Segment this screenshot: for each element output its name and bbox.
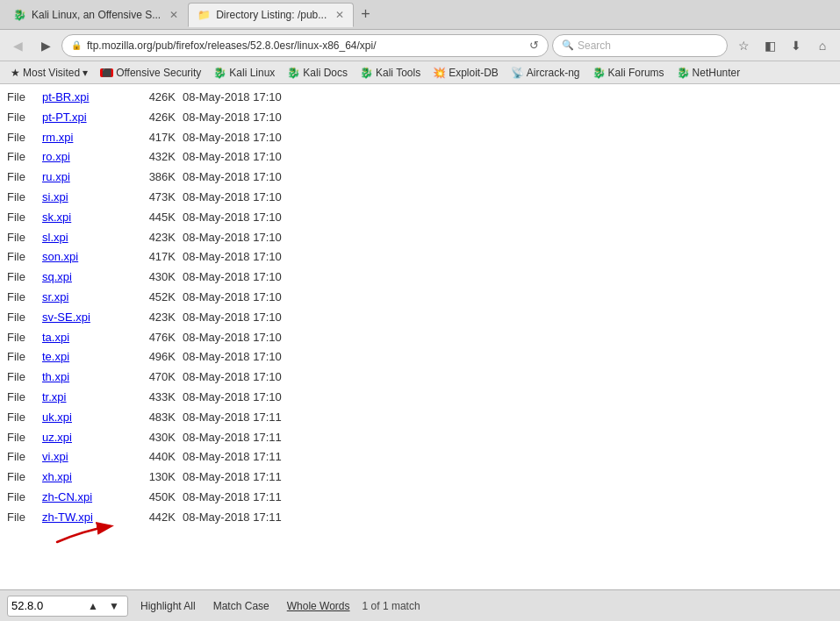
tab-kali[interactable]: 🐉 Kali Linux, an Offensive S... ✕	[4, 3, 188, 27]
history-button[interactable]: ◧	[757, 33, 782, 58]
forward-button[interactable]: ▶	[33, 33, 58, 58]
file-size: 445K	[130, 209, 183, 227]
download-button[interactable]: ⬇	[784, 33, 808, 58]
file-date: 08-May-2018 17:10	[183, 109, 282, 127]
file-name[interactable]: sr.xpi	[42, 289, 130, 307]
file-size: 417K	[130, 129, 183, 147]
table-row: Filesk.xpi445K08-May-2018 17:10	[7, 208, 833, 228]
file-size: 417K	[130, 248, 183, 267]
file-type: File	[7, 429, 42, 447]
table-row: Filezh-TW.xpi442K08-May-2018 17:11	[7, 508, 833, 528]
bookmark-aircrack-label: Aircrack-ng	[527, 67, 580, 79]
table-row: Filete.xpi496K08-May-2018 17:10	[7, 347, 833, 368]
bookmark-kali-tools-label: Kali Tools	[376, 67, 420, 79]
table-row: Filept-PT.xpi426K08-May-2018 17:10	[7, 108, 833, 128]
bookmark-aircrack-icon: 📡	[511, 67, 524, 79]
file-size: 440K	[130, 448, 183, 467]
bookmark-kali-forums[interactable]: 🐉 Kali Forums	[587, 65, 670, 81]
file-size: 433K	[130, 389, 183, 407]
file-name[interactable]: sl.xpi	[42, 229, 130, 247]
nav-right-buttons: ☆ ◧ ⬇ ⌂	[731, 33, 835, 58]
file-name[interactable]: sv-SE.xpi	[42, 309, 130, 327]
file-name[interactable]: ru.xpi	[42, 168, 130, 187]
file-date: 08-May-2018 17:10	[183, 89, 282, 107]
file-size: 423K	[130, 229, 183, 247]
file-type: File	[7, 89, 42, 107]
table-row: Fileth.xpi470K08-May-2018 17:10	[7, 368, 833, 388]
bookmark-star-button[interactable]: ☆	[731, 33, 756, 58]
new-tab-button[interactable]: +	[354, 5, 377, 24]
file-name[interactable]: rm.xpi	[42, 129, 130, 147]
find-bar: ▲ ▼ Highlight All Match Case Whole Words…	[0, 589, 840, 621]
url-bar[interactable]: 🔒 ftp.mozilla.org/pub/firefox/releases/5…	[61, 34, 549, 57]
bookmark-exploit-db-label: Exploit-DB	[449, 67, 499, 79]
file-name[interactable]: pt-BR.xpi	[42, 89, 130, 107]
highlight-all-button[interactable]: Highlight All	[135, 598, 201, 614]
find-input-container[interactable]: ▲ ▼	[7, 596, 128, 617]
file-name[interactable]: pt-PT.xpi	[42, 109, 130, 127]
url-text: ftp.mozilla.org/pub/firefox/releases/52.…	[87, 39, 524, 52]
whole-words-button[interactable]: Whole Words	[282, 598, 355, 614]
main-content: Filept-BR.xpi426K08-May-2018 17:10Filept…	[0, 84, 840, 589]
file-type: File	[7, 109, 42, 127]
find-next-button[interactable]: ▼	[104, 596, 124, 616]
file-name[interactable]: vi.xpi	[42, 448, 130, 467]
file-size: 470K	[130, 368, 183, 387]
file-name[interactable]: sk.xpi	[42, 209, 130, 227]
file-date: 08-May-2018 17:11	[183, 429, 282, 447]
file-name[interactable]: zh-TW.xpi	[42, 509, 130, 527]
bookmark-kali-docs[interactable]: 🐉 Kali Docs	[282, 65, 353, 81]
file-name[interactable]: uz.xpi	[42, 429, 130, 447]
bookmark-offensive-security[interactable]: ⬛ Offensive Security	[95, 65, 206, 81]
bookmark-aircrack[interactable]: 📡 Aircrack-ng	[506, 65, 585, 81]
search-icon: 🔍	[562, 39, 574, 51]
file-name[interactable]: ta.xpi	[42, 329, 130, 347]
file-size: 423K	[130, 309, 183, 327]
file-type: File	[7, 209, 42, 227]
file-size: 442K	[130, 509, 183, 527]
back-button[interactable]: ◀	[5, 33, 30, 58]
tab-directory-close[interactable]: ✕	[335, 9, 344, 21]
file-type: File	[7, 509, 42, 527]
file-type: File	[7, 448, 42, 467]
bookmark-exploit-db[interactable]: 💥 Exploit-DB	[427, 65, 504, 81]
file-name[interactable]: sq.xpi	[42, 268, 130, 287]
file-type: File	[7, 248, 42, 267]
file-size: 432K	[130, 148, 183, 167]
tab-kali-close[interactable]: ✕	[169, 9, 178, 21]
find-prev-button[interactable]: ▲	[83, 596, 103, 616]
tab-kali-label: Kali Linux, an Offensive S...	[32, 9, 161, 21]
table-row: Filept-BR.xpi426K08-May-2018 17:10	[7, 88, 833, 108]
bookmark-kali-linux[interactable]: 🐉 Kali Linux	[208, 65, 280, 81]
bookmark-exploit-db-icon: 💥	[433, 67, 446, 79]
file-name[interactable]: uk.xpi	[42, 409, 130, 427]
find-input[interactable]	[11, 599, 82, 612]
file-name[interactable]: te.xpi	[42, 348, 130, 367]
file-name[interactable]: xh.xpi	[42, 468, 130, 487]
file-date: 08-May-2018 17:10	[183, 368, 282, 387]
file-type: File	[7, 389, 42, 407]
file-date: 08-May-2018 17:10	[183, 248, 282, 267]
bookmark-kali-docs-label: Kali Docs	[303, 67, 348, 79]
home-button[interactable]: ⌂	[810, 33, 835, 58]
file-name[interactable]: ro.xpi	[42, 148, 130, 167]
file-name[interactable]: zh-CN.xpi	[42, 489, 130, 507]
refresh-icon[interactable]: ↺	[529, 39, 539, 52]
table-row: Filezh-CN.xpi450K08-May-2018 17:11	[7, 488, 833, 508]
bookmark-most-visited[interactable]: ★ Most Visited ▾	[5, 65, 93, 81]
bookmark-kali-tools[interactable]: 🐉 Kali Tools	[355, 65, 426, 81]
tab-directory[interactable]: 📁 Directory Listing: /pub... ✕	[188, 3, 354, 27]
file-name[interactable]: son.xpi	[42, 248, 130, 267]
file-date: 08-May-2018 17:11	[183, 409, 282, 427]
search-bar[interactable]: 🔍 Search	[552, 34, 728, 57]
file-name[interactable]: th.xpi	[42, 368, 130, 387]
file-name[interactable]: si.xpi	[42, 189, 130, 207]
lock-icon: 🔒	[71, 40, 82, 50]
file-name[interactable]: tr.xpi	[42, 389, 130, 407]
bookmark-nethunter-label: NetHunter	[693, 67, 741, 79]
bookmark-nethunter[interactable]: 🐉 NetHunter	[671, 65, 746, 81]
file-type: File	[7, 168, 42, 187]
match-case-button[interactable]: Match Case	[208, 598, 275, 614]
file-date: 08-May-2018 17:10	[183, 309, 282, 327]
file-type: File	[7, 129, 42, 147]
